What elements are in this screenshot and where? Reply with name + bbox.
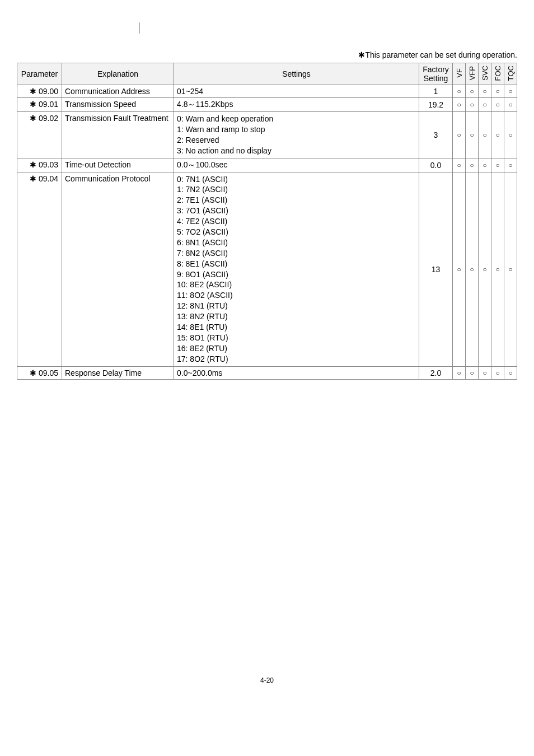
mode-cell: ○ [453, 172, 466, 366]
param-settings: 01~254 [174, 85, 419, 98]
table-row: ✱ 09.02 Transmission Fault Treatment 0: … [17, 112, 517, 158]
mode-cell: ○ [466, 158, 479, 172]
mode-cell: ○ [491, 172, 504, 366]
mode-cell: ○ [479, 112, 491, 158]
mode-cell: ○ [504, 366, 517, 379]
param-settings: 0.0~200.0ms [174, 366, 419, 379]
mode-cell: ○ [466, 366, 479, 379]
table-row: ✱ 09.01 Transmission Speed 4.8～115.2Kbps… [17, 98, 517, 112]
mode-cell: ○ [479, 158, 491, 172]
text-cursor [139, 22, 517, 34]
param-code: ✱ 09.02 [17, 112, 62, 158]
header-foc: FOC [491, 63, 504, 85]
factory-setting: 2.0 [419, 366, 453, 379]
mode-cell: ○ [491, 112, 504, 158]
mode-cell: ○ [504, 158, 517, 172]
mode-cell: ○ [491, 366, 504, 379]
mode-cell: ○ [466, 98, 479, 112]
param-explanation: Transmission Speed [62, 98, 174, 112]
mode-cell: ○ [453, 112, 466, 158]
mode-cell: ○ [479, 366, 491, 379]
header-tqc: TQC [504, 63, 517, 85]
mode-cell: ○ [453, 158, 466, 172]
mode-cell: ○ [504, 85, 517, 98]
param-code: ✱ 09.03 [17, 158, 62, 172]
mode-cell: ○ [491, 85, 504, 98]
mode-cell: ○ [453, 85, 466, 98]
param-explanation: Transmission Fault Treatment [62, 112, 174, 158]
mode-cell: ○ [504, 112, 517, 158]
mode-cell: ○ [504, 98, 517, 112]
header-settings: Settings [174, 63, 419, 85]
param-code: ✱ 09.04 [17, 172, 62, 366]
header-vfp: VFP [466, 63, 479, 85]
mode-cell: ○ [466, 172, 479, 366]
header-parameter: Parameter [17, 63, 62, 85]
mode-cell: ○ [466, 112, 479, 158]
mode-cell: ○ [479, 85, 491, 98]
param-explanation: Communication Address [62, 85, 174, 98]
mode-cell: ○ [504, 172, 517, 366]
header-svc: SVC [479, 63, 491, 85]
mode-cell: ○ [491, 158, 504, 172]
factory-setting: 13 [419, 172, 453, 366]
mode-cell: ○ [479, 98, 491, 112]
param-code: ✱ 09.05 [17, 366, 62, 379]
param-explanation: Communication Protocol [62, 172, 174, 366]
operation-note: ✱This parameter can be set during operat… [17, 50, 517, 59]
factory-setting: 0.0 [419, 158, 453, 172]
factory-setting: 1 [419, 85, 453, 98]
param-settings: 0: 7N1 (ASCII) 1: 7N2 (ASCII) 2: 7E1 (AS… [174, 172, 419, 366]
table-row: ✱ 09.00 Communication Address 01~254 1 ○… [17, 85, 517, 98]
header-vf: VF [453, 63, 466, 85]
param-settings: 0.0～100.0sec [174, 158, 419, 172]
param-explanation: Response Delay Time [62, 366, 174, 379]
param-code: ✱ 09.00 [17, 85, 62, 98]
mode-cell: ○ [491, 98, 504, 112]
page-number: 4-20 [17, 676, 517, 684]
mode-cell: ○ [453, 98, 466, 112]
factory-setting: 19.2 [419, 98, 453, 112]
mode-cell: ○ [453, 366, 466, 379]
table-row: ✱ 09.03 Time-out Detection 0.0～100.0sec … [17, 158, 517, 172]
param-settings: 0: Warn and keep operation 1: Warn and r… [174, 112, 419, 158]
factory-setting: 3 [419, 112, 453, 158]
header-explanation: Explanation [62, 63, 174, 85]
mode-cell: ○ [466, 85, 479, 98]
table-row: ✱ 09.05 Response Delay Time 0.0~200.0ms … [17, 366, 517, 379]
mode-cell: ○ [479, 172, 491, 366]
parameter-table: Parameter Explanation Settings Factory S… [17, 63, 517, 380]
param-explanation: Time-out Detection [62, 158, 174, 172]
param-code: ✱ 09.01 [17, 98, 62, 112]
param-settings: 4.8～115.2Kbps [174, 98, 419, 112]
header-factory: Factory Setting [419, 63, 453, 85]
table-row: ✱ 09.04 Communication Protocol 0: 7N1 (A… [17, 172, 517, 366]
